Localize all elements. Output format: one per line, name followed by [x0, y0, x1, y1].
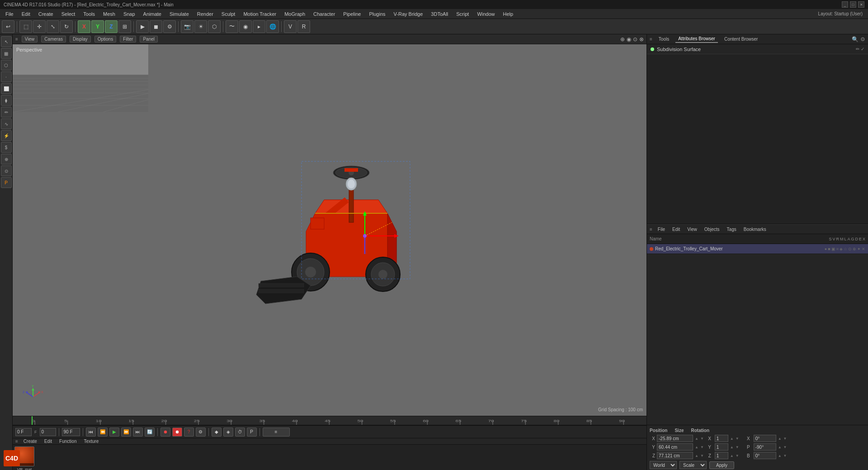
vp-icon-camera[interactable]: ◉ — [627, 36, 631, 42]
menu-motiontracker[interactable]: Motion Tracker — [240, 10, 280, 18]
menu-mograph[interactable]: MoGraph — [281, 10, 309, 18]
timeline-btn[interactable]: ⏱ — [235, 428, 245, 437]
minimize-btn[interactable]: _ — [842, 1, 848, 8]
scene-btn[interactable]: 🌐 — [266, 20, 279, 33]
record-pos-btn[interactable]: ? — [184, 428, 194, 437]
obj-icon-layer[interactable]: ◈ — [840, 247, 843, 251]
menu-script[interactable]: Script — [453, 10, 472, 18]
vray-btn1[interactable]: V — [284, 20, 297, 33]
menu-plugins[interactable]: Plugins — [365, 10, 389, 18]
lt-poly-select-btn[interactable]: ▦ — [1, 48, 12, 59]
coord-z-up[interactable]: ▲ — [695, 454, 698, 458]
menu-mesh[interactable]: Mesh — [99, 10, 119, 18]
obj-file-menu[interactable]: File — [656, 226, 667, 232]
lt-magnet-btn[interactable]: $ — [1, 142, 12, 153]
filter-menu-btn[interactable]: Filter — [120, 36, 136, 42]
obj-icon-lock[interactable]: ≡ — [836, 247, 839, 251]
obj-icon-select[interactable]: ▣ — [831, 247, 835, 251]
mat-texture-menu[interactable]: Texture — [82, 438, 100, 444]
end-frame-input[interactable] — [62, 428, 80, 436]
lt-knife-btn[interactable]: ⚡ — [1, 130, 12, 141]
coord-y-up[interactable]: ▲ — [695, 445, 698, 449]
obj-icon-tag[interactable]: ☆ — [844, 247, 847, 251]
lt-model-btn[interactable]: ⬜ — [1, 83, 12, 94]
maximize-btn[interactable]: □ — [850, 1, 856, 8]
render-btn[interactable]: ◼ — [150, 20, 162, 33]
coord-x-down[interactable]: ▼ — [700, 437, 704, 441]
display-menu-btn[interactable]: Display — [70, 36, 91, 42]
menu-vraybridge[interactable]: V-Ray Bridge — [390, 10, 427, 18]
render-settings-btn[interactable]: ⚙ — [163, 20, 176, 33]
obj-view-menu[interactable]: View — [685, 226, 699, 232]
mat-item-vrmat[interactable]: C4D VR_mat — [14, 446, 34, 470]
lt-sculpt-btn[interactable]: ⊕ — [1, 154, 12, 164]
coord-sy-down[interactable]: ▼ — [736, 445, 739, 449]
obj-icon-star[interactable]: ✦ — [857, 247, 861, 251]
keyframe-btn[interactable]: ◆ — [212, 428, 222, 437]
tab-attributes[interactable]: Attributes Browser — [675, 35, 718, 43]
go-end-btn[interactable]: ⏭ — [133, 428, 143, 437]
z-axis-btn[interactable]: Z — [105, 20, 118, 33]
coord-sys-btn[interactable]: ⊞ — [118, 20, 131, 33]
coord-rot-p[interactable] — [754, 443, 776, 451]
obj-objects-menu[interactable]: Objects — [703, 226, 722, 232]
menu-pipeline[interactable]: Pipeline — [340, 10, 364, 18]
close-btn[interactable]: ✕ — [858, 1, 864, 8]
menu-sculpt[interactable]: Sculpt — [218, 10, 239, 18]
coord-sy-up[interactable]: ▲ — [730, 445, 734, 449]
motion-clip-btn[interactable]: ≡ — [263, 428, 290, 437]
render-preview-btn[interactable]: ▶ — [136, 20, 149, 33]
coord-rp-down[interactable]: ▼ — [783, 445, 787, 449]
coord-size-y[interactable] — [715, 443, 728, 451]
menu-animate[interactable]: Animate — [140, 10, 165, 18]
lt-texture-btn[interactable]: ⧫ — [1, 95, 12, 106]
x-axis-btn[interactable]: X — [78, 20, 90, 33]
coord-z-down[interactable]: ▼ — [700, 454, 704, 458]
record-settings-btn[interactable]: ⚙ — [196, 428, 206, 437]
polygon-btn[interactable]: ⬡ — [208, 20, 221, 33]
current-frame-input[interactable] — [15, 428, 32, 436]
search-icon[interactable]: 🔍 — [852, 36, 859, 42]
keyframe-all-btn[interactable]: ◈ — [223, 428, 233, 437]
coord-y-down[interactable]: ▼ — [700, 445, 704, 449]
go-start-btn[interactable]: ⏮ — [86, 428, 96, 437]
obj-icon-plus[interactable]: ⊕ — [853, 247, 856, 251]
coord-system-dropdown[interactable]: World Object Camera — [650, 461, 677, 469]
obj-icon-close[interactable]: ✕ — [862, 247, 865, 251]
menu-window[interactable]: Window — [473, 10, 498, 18]
play-btn[interactable]: ▶ — [109, 428, 119, 437]
coord-rb-down[interactable]: ▼ — [783, 454, 787, 458]
timeline-ruler[interactable]: 0 5 10 15 20 25 30 — [13, 416, 646, 425]
menu-edit[interactable]: Edit — [18, 10, 34, 18]
coord-sz-up[interactable]: ▲ — [730, 454, 734, 458]
tab-tools[interactable]: Tools — [656, 36, 672, 42]
move-btn[interactable]: ✛ — [33, 20, 46, 33]
menu-render[interactable]: Render — [193, 10, 217, 18]
menu-character[interactable]: Character — [310, 10, 339, 18]
obj-bookmarks-menu[interactable]: Bookmarks — [742, 226, 768, 232]
menu-help[interactable]: Help — [500, 10, 517, 18]
tag-btn[interactable]: ▸ — [253, 20, 265, 33]
rotate-btn[interactable]: ↻ — [60, 20, 73, 33]
view-menu-btn[interactable]: View — [22, 36, 38, 42]
menu-file[interactable]: File — [2, 10, 17, 18]
options-menu-btn[interactable]: Options — [94, 36, 116, 42]
coord-rp-up[interactable]: ▲ — [778, 445, 782, 449]
lt-spline-btn[interactable]: ∿ — [1, 118, 12, 129]
menu-3dtoall[interactable]: 3DToAll — [427, 10, 452, 18]
lt-brush-btn[interactable]: ✏ — [1, 107, 12, 118]
lt-point-select-btn[interactable]: · — [1, 71, 12, 82]
lt-edge-select-btn[interactable]: ⬡ — [1, 60, 12, 70]
frame-number-input[interactable] — [40, 428, 56, 436]
camera-btn[interactable]: 📷 — [181, 20, 193, 33]
vp-icon-render[interactable]: ⊙ — [633, 36, 637, 42]
cameras-menu-btn[interactable]: Cameras — [41, 36, 66, 42]
3d-viewport[interactable]: Perspective — [13, 44, 646, 416]
loop-btn[interactable]: 🔄 — [145, 428, 155, 437]
obj-icon-group[interactable]: ⊙ — [848, 247, 852, 251]
panel-menu-btn[interactable]: Panel — [140, 36, 158, 42]
vp-icon-expand[interactable]: ⊕ — [620, 36, 625, 42]
lt-paint-btn[interactable]: ⊙ — [1, 165, 12, 176]
obj-row-main[interactable]: Red_Electric_Trolley_Cart_Mover ● ■ ▣ ≡ … — [647, 244, 868, 254]
mat-create-menu[interactable]: Create — [22, 438, 39, 444]
